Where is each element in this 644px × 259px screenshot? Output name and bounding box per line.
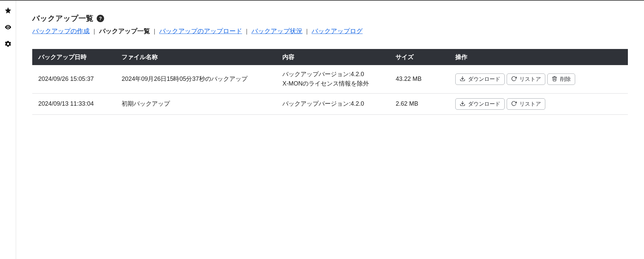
nav-list-backup-current: バックアップ一覧 <box>99 28 150 35</box>
nav-separator: | <box>93 28 95 35</box>
col-size: サイズ <box>389 49 449 65</box>
download-icon <box>460 76 465 83</box>
col-content: 内容 <box>276 49 389 65</box>
cell-size: 2.62 MB <box>389 93 449 114</box>
content-line2: X-MONのライセンス情報を除外 <box>282 80 369 87</box>
subnav: バックアップの作成 | バックアップ一覧 | バックアップのアップロード | バ… <box>32 27 628 36</box>
ops-group: ダウンロードリストア削除 <box>455 73 622 85</box>
cell-ops: ダウンロードリストア <box>449 93 628 114</box>
restore-icon <box>511 76 517 83</box>
download-button-label: ダウンロード <box>468 101 500 107</box>
cell-filename: 2024年09月26日15時05分37秒のバックアップ <box>116 65 276 93</box>
nav-upload-backup[interactable]: バックアップのアップロード <box>159 28 242 35</box>
cell-filename: 初期バックアップ <box>116 93 276 114</box>
table-row: 2024/09/26 15:05:372024年09月26日15時05分37秒の… <box>32 65 628 93</box>
delete-button[interactable]: 削除 <box>547 73 575 85</box>
nav-separator: | <box>246 28 247 35</box>
cell-datetime: 2024/09/26 15:05:37 <box>32 65 116 93</box>
nav-separator: | <box>306 28 308 35</box>
page-title: バックアップ一覧 <box>32 13 93 23</box>
eye-icon[interactable] <box>4 23 12 31</box>
restore-button[interactable]: リストア <box>507 98 545 110</box>
backup-table: バックアップ日時 ファイル名称 内容 サイズ 操作 2024/09/26 15:… <box>32 49 628 115</box>
cell-content: バックアップバージョン:4.2.0X-MONのライセンス情報を除外 <box>276 65 389 93</box>
nav-separator: | <box>154 28 155 35</box>
table-row: 2024/09/13 11:33:04初期バックアップバックアップバージョン:4… <box>32 93 628 114</box>
trash-icon <box>552 76 557 83</box>
download-icon <box>460 101 465 107</box>
download-button[interactable]: ダウンロード <box>455 98 505 110</box>
cell-content: バックアップバージョン:4.2.0 <box>276 93 389 114</box>
sidebar <box>0 1 16 259</box>
download-button-label: ダウンロード <box>468 76 500 82</box>
cell-datetime: 2024/09/13 11:33:04 <box>32 93 116 114</box>
main-content: バックアップ一覧 ? バックアップの作成 | バックアップ一覧 | バックアップ… <box>16 1 644 259</box>
gear-icon[interactable] <box>4 40 12 48</box>
restore-button-label: リストア <box>519 101 541 107</box>
help-icon[interactable]: ? <box>97 15 104 22</box>
nav-backup-status[interactable]: バックアップ状況 <box>251 28 303 35</box>
restore-button[interactable]: リストア <box>507 73 545 85</box>
content-line1: バックアップバージョン:4.2.0 <box>282 100 364 107</box>
download-button[interactable]: ダウンロード <box>455 73 505 85</box>
delete-button-label: 削除 <box>560 76 571 82</box>
cell-size: 43.22 MB <box>389 65 449 93</box>
cell-ops: ダウンロードリストア削除 <box>449 65 628 93</box>
restore-button-label: リストア <box>519 76 541 82</box>
content-line1: バックアップバージョン:4.2.0 <box>282 71 364 77</box>
col-filename: ファイル名称 <box>116 49 276 65</box>
nav-backup-log[interactable]: バックアップログ <box>312 28 363 35</box>
table-header-row: バックアップ日時 ファイル名称 内容 サイズ 操作 <box>32 49 628 65</box>
star-icon[interactable] <box>4 7 12 14</box>
restore-icon <box>511 101 517 107</box>
ops-group: ダウンロードリストア <box>455 98 622 110</box>
nav-create-backup[interactable]: バックアップの作成 <box>32 28 90 35</box>
col-ops: 操作 <box>449 49 628 65</box>
col-datetime: バックアップ日時 <box>32 49 116 65</box>
